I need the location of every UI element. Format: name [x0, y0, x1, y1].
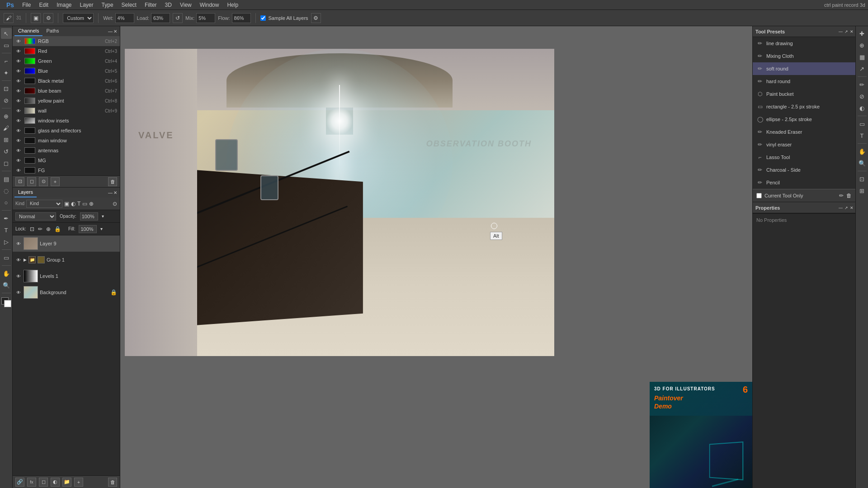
channel-glass[interactable]: 👁 glass and reflectors: [13, 126, 120, 136]
channel-eye-green[interactable]: 👁: [15, 58, 22, 64]
layer-group1[interactable]: 👁 ▶ 📁 Group 1: [13, 252, 120, 268]
layer-background[interactable]: 👁 Background 🔒: [13, 284, 120, 300]
menu-image[interactable]: Image: [53, 1, 75, 9]
mix-input[interactable]: [196, 13, 215, 23]
preset-rectangle[interactable]: ▭ rectangle - 2.5 px stroke: [753, 100, 855, 113]
channel-eye-red[interactable]: 👁: [15, 48, 22, 54]
current-tool-delete[interactable]: 🗑: [846, 192, 852, 199]
menu-select[interactable]: Select: [118, 1, 140, 9]
channel-green[interactable]: 👁 Green Ctrl+4: [13, 56, 120, 66]
eyedropper-tool[interactable]: ⊘: [1, 95, 12, 106]
layer-group-btn[interactable]: 📁: [62, 478, 71, 487]
channel-eye-antennas[interactable]: 👁: [15, 147, 22, 154]
menu-3d[interactable]: 3D: [161, 1, 175, 9]
tool-presets-close[interactable]: ✕: [850, 29, 854, 34]
lock-position-icon[interactable]: ✏: [38, 226, 42, 232]
wet-input[interactable]: [115, 13, 134, 23]
lasso-tool[interactable]: ⌐: [1, 56, 12, 66]
menu-filter[interactable]: Filter: [141, 1, 160, 9]
crop-tool[interactable]: ⊡: [1, 83, 12, 94]
history-brush-tool[interactable]: ↺: [1, 146, 12, 157]
hand-tool[interactable]: ✋: [1, 268, 12, 279]
tab-paths[interactable]: Paths: [42, 26, 62, 36]
right-strip-btn11[interactable]: 🔍: [857, 158, 868, 169]
channel-rgb[interactable]: 👁 RGB Ctrl+2: [13, 36, 120, 46]
right-strip-btn7[interactable]: ◐: [857, 103, 868, 113]
channel-red[interactable]: 👁 Red Ctrl+3: [13, 46, 120, 56]
zoom-tool[interactable]: 🔍: [1, 280, 12, 291]
channel-save-selection[interactable]: ◻: [27, 177, 36, 186]
gradient-tool[interactable]: ▤: [1, 174, 12, 184]
brush-tool[interactable]: 🖌: [1, 122, 12, 133]
filter-smart-icon[interactable]: ⊕: [89, 201, 94, 207]
channel-eye-yellowpaint[interactable]: 👁: [15, 98, 22, 104]
lock-artboards-icon[interactable]: ⊕: [46, 226, 51, 232]
preset-mixing-cloth[interactable]: ✏ Mixing Cloth: [753, 50, 855, 62]
brush-preset-picker[interactable]: ▣: [31, 13, 41, 23]
channels-panel-collapse[interactable]: —: [108, 29, 113, 34]
tab-channels[interactable]: Channels: [14, 26, 42, 36]
layer-levels1[interactable]: 👁 Levels 1: [13, 268, 120, 284]
preset-charcoal[interactable]: ✏ Charcoal - Side: [753, 164, 855, 176]
channel-delete[interactable]: 🗑: [108, 177, 117, 186]
channel-eye-mg[interactable]: 👁: [15, 157, 22, 164]
dodge-tool[interactable]: ○: [1, 197, 12, 208]
channel-load-selection[interactable]: ⊙: [39, 177, 48, 186]
tab-layers[interactable]: Layers: [14, 188, 37, 197]
right-strip-btn9[interactable]: T: [857, 130, 868, 141]
preset-lasso[interactable]: ⌐ Lasso Tool: [753, 151, 855, 164]
opacity-arrow[interactable]: ▾: [102, 214, 104, 219]
right-strip-btn4[interactable]: ↗: [857, 63, 868, 74]
preset-kneaded-eraser[interactable]: ✏ Kneaded Eraser: [753, 126, 855, 138]
fill-arrow[interactable]: ▾: [100, 226, 103, 231]
load-airbrush-toggle[interactable]: ↺: [173, 13, 183, 23]
blend-mode-select[interactable]: Normal: [15, 212, 56, 221]
menu-layer[interactable]: Layer: [76, 1, 97, 9]
layer-eye-group1[interactable]: 👁: [15, 257, 22, 263]
preset-vinyl-eraser[interactable]: ✏ vinyl eraser: [753, 138, 855, 151]
channel-wall[interactable]: 👁 wall Ctrl+9: [13, 106, 120, 116]
blur-tool[interactable]: ◌: [1, 185, 12, 196]
shape-tool[interactable]: ▭: [1, 252, 12, 263]
channel-eye-blue[interactable]: 👁: [15, 68, 22, 74]
right-strip-btn13[interactable]: ⊞: [857, 185, 868, 196]
brush-tool-icon[interactable]: 🖌: [4, 13, 14, 23]
lock-all-icon[interactable]: 🔒: [54, 226, 61, 232]
layer-link-icon[interactable]: 🔗: [15, 478, 24, 487]
stamp-tool[interactable]: ⊞: [1, 134, 12, 145]
filter-shape-icon[interactable]: ▭: [82, 201, 87, 207]
channel-eye-windowinsets[interactable]: 👁: [15, 117, 22, 124]
brush-type-select[interactable]: Custom: [63, 13, 94, 23]
magic-wand-tool[interactable]: ✦: [1, 67, 12, 78]
right-strip-btn12[interactable]: ⊡: [857, 174, 868, 184]
layer-eye-levels1[interactable]: 👁: [15, 273, 22, 279]
layers-panel-close[interactable]: ✕: [113, 190, 117, 195]
tool-presets-expand[interactable]: ↗: [844, 29, 848, 34]
sample-options-icon[interactable]: ⚙: [311, 13, 321, 23]
channel-eye-glass[interactable]: 👁: [15, 127, 22, 134]
preset-pencil[interactable]: ✏ Pencil: [753, 176, 855, 189]
layer-eye-layer9[interactable]: 👁: [15, 240, 22, 247]
group-expand-arrow[interactable]: ▶: [24, 258, 27, 262]
channel-blackmetal[interactable]: 👁 Black metal Ctrl+6: [13, 76, 120, 86]
channel-mg[interactable]: 👁 MG: [13, 155, 120, 165]
channel-yellowpaint[interactable]: 👁 yellow paint Ctrl+8: [13, 96, 120, 106]
channel-bluebeam[interactable]: 👁 blue beam Ctrl+7: [13, 86, 120, 96]
layer-filter-select[interactable]: Kind: [26, 200, 62, 208]
foreground-color[interactable]: [1, 297, 11, 307]
pen-tool[interactable]: ✒: [1, 213, 12, 224]
channel-eye-blackmetal[interactable]: 👁: [15, 78, 22, 84]
menu-file[interactable]: File: [19, 1, 34, 9]
properties-expand[interactable]: ↗: [844, 206, 848, 210]
path-select-tool[interactable]: ▷: [1, 236, 12, 247]
preset-line-drawing[interactable]: ✏ line drawing: [753, 37, 855, 50]
video-panel[interactable]: 3D FOR ILLUSTRATORS 6 Paintover Demo: [650, 382, 752, 488]
menu-window[interactable]: Window: [196, 1, 223, 9]
channel-new[interactable]: +: [51, 177, 60, 186]
channel-blue[interactable]: 👁 Blue Ctrl+5: [13, 66, 120, 76]
load-input[interactable]: [151, 13, 170, 23]
filter-type-icon[interactable]: T: [77, 201, 80, 207]
menu-edit[interactable]: Edit: [35, 1, 52, 9]
channel-antennas[interactable]: 👁 antennas: [13, 145, 120, 155]
flow-input[interactable]: [232, 13, 251, 23]
